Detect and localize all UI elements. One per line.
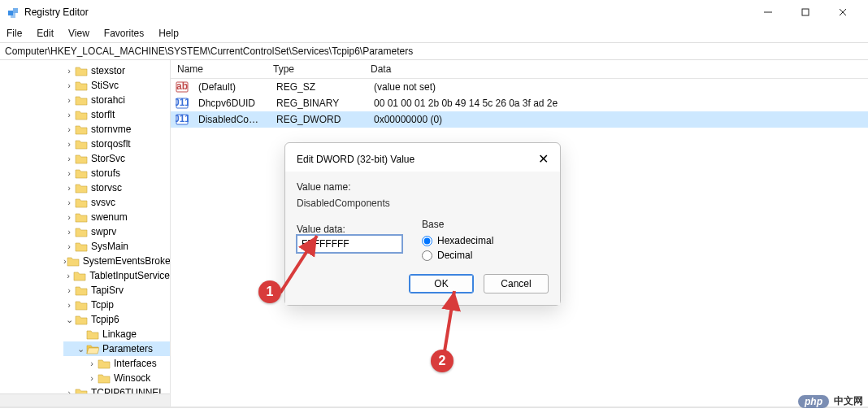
radio-hexadecimal[interactable]: Hexadecimal <box>422 235 493 246</box>
folder-icon <box>86 328 99 340</box>
tree-twist-icon[interactable]: › <box>63 110 75 120</box>
tree-twist-icon[interactable]: › <box>63 300 75 310</box>
tree-twist-icon[interactable]: › <box>86 373 98 383</box>
tree-twist-icon[interactable]: › <box>63 285 75 295</box>
tree-item[interactable]: ›Tcpip <box>63 298 170 312</box>
tree-item[interactable]: ›swenum <box>63 210 170 224</box>
tree-twist-icon[interactable]: ⌄ <box>63 315 75 325</box>
tree-item-label: stornvme <box>91 124 131 135</box>
tree-twist-icon[interactable]: › <box>63 95 75 105</box>
tree-item-label: storqosflt <box>91 138 131 150</box>
tree-item[interactable]: ›svsvc <box>63 195 170 210</box>
tree-twist-icon[interactable]: › <box>63 241 75 251</box>
dialog-title: Edit DWORD (32-bit) Value <box>297 154 414 165</box>
menu-view[interactable]: View <box>67 26 91 41</box>
folder-icon <box>75 153 88 164</box>
tree-twist-icon[interactable]: › <box>86 359 98 368</box>
folder-icon <box>75 314 88 325</box>
list-row[interactable]: 011DisabledCompo...REG_DWORD0x00000000 (… <box>171 111 868 128</box>
tree-twist-icon[interactable]: › <box>63 168 75 178</box>
tree-item-label: swenum <box>91 211 128 223</box>
folder-icon <box>75 226 88 237</box>
tree-item[interactable]: ›stornvme <box>63 122 170 137</box>
cell-data: 0x00000000 (0) <box>367 114 868 125</box>
folder-icon <box>75 299 88 311</box>
folder-icon <box>67 255 80 267</box>
tree-twist-icon[interactable]: › <box>63 212 75 222</box>
tree-twist-icon[interactable]: › <box>63 124 75 134</box>
tree-item[interactable]: ›TapiSrv <box>63 283 170 298</box>
watermark: php 中文网 <box>798 394 863 408</box>
tree-item[interactable]: ⌄Tcpip6 <box>63 312 170 327</box>
dialog-close-button[interactable]: ✕ <box>538 151 549 167</box>
tree-twist-icon[interactable]: › <box>63 227 75 237</box>
tree-item-label: svsvc <box>91 197 115 208</box>
tree-item[interactable]: ›storvsc <box>63 180 170 195</box>
tree-twist-icon[interactable]: › <box>63 139 75 149</box>
tree-view[interactable]: ›stexstor›StiSvc›storahci›storflt›stornv… <box>0 60 171 407</box>
menu-favorites[interactable]: Favorites <box>102 26 145 41</box>
tree-item[interactable]: ›TabletInputService <box>63 268 170 283</box>
radio-hex-input[interactable] <box>422 236 432 246</box>
svg-text:011: 011 <box>176 97 189 108</box>
watermark-text: 中文网 <box>834 394 863 408</box>
cell-name: (Default) <box>192 81 270 93</box>
minimize-button[interactable] <box>749 0 787 24</box>
radio-dec-input[interactable] <box>422 250 432 261</box>
folder-icon <box>98 372 111 384</box>
svg-rect-2 <box>11 13 15 18</box>
tree-item[interactable]: ›SysMain <box>63 239 170 254</box>
list-row[interactable]: 011Dhcpv6DUIDREG_BINARY00 01 00 01 2b 0b… <box>171 95 868 111</box>
value-name-field: DisabledComponents <box>297 196 549 211</box>
cell-type: REG_SZ <box>270 81 367 93</box>
value-name-label: Value name: <box>297 181 549 193</box>
tree-item[interactable]: ›storflt <box>63 107 170 122</box>
value-data-label: Value data: <box>297 224 402 235</box>
cancel-button[interactable]: Cancel <box>484 274 549 293</box>
tree-twist-icon[interactable]: › <box>63 271 73 280</box>
col-header-data[interactable]: Data <box>364 63 868 75</box>
tree-item-label: storvsc <box>91 182 122 193</box>
menu-edit[interactable]: Edit <box>35 26 55 41</box>
folder-icon <box>75 65 88 76</box>
tree-item[interactable]: ›Winsock <box>63 371 170 385</box>
tree-item[interactable]: ⌄Parameters <box>63 341 170 356</box>
tree-horizontal-scrollbar[interactable] <box>0 393 170 406</box>
tree-twist-icon[interactable]: › <box>63 66 75 76</box>
list-header: Name Type Data <box>171 60 868 79</box>
menu-file[interactable]: File <box>5 26 24 41</box>
maximize-button[interactable] <box>787 0 824 24</box>
radio-decimal[interactable]: Decimal <box>422 250 493 261</box>
tree-twist-icon[interactable]: › <box>63 154 75 163</box>
tree-item[interactable]: ›StorSvc <box>63 151 170 166</box>
tree-item-label: StiSvc <box>91 80 119 91</box>
tree-item[interactable]: ›Interfaces <box>63 356 170 371</box>
tree-twist-icon[interactable]: › <box>63 80 75 90</box>
folder-icon <box>75 167 88 179</box>
tree-item[interactable]: Linkage <box>63 327 170 341</box>
address-bar[interactable]: Computer\HKEY_LOCAL_MACHINE\SYSTEM\Curre… <box>0 42 868 60</box>
tree-item[interactable]: ›storahci <box>63 93 170 107</box>
tree-item[interactable]: ›swprv <box>63 224 170 239</box>
tree-item[interactable]: ›stexstor <box>63 63 170 78</box>
value-data-input[interactable] <box>297 235 402 253</box>
folder-icon <box>75 197 88 208</box>
folder-icon <box>75 124 88 135</box>
folder-icon <box>75 241 88 252</box>
col-header-type[interactable]: Type <box>267 63 364 75</box>
tree-item[interactable]: ›storqosflt <box>63 137 170 151</box>
folder-icon <box>75 80 88 91</box>
tree-twist-icon[interactable]: ⌄ <box>75 344 86 354</box>
ok-button[interactable]: OK <box>409 274 474 293</box>
col-header-name[interactable]: Name <box>171 63 267 75</box>
list-row[interactable]: ab(Default)REG_SZ(value not set) <box>171 79 868 95</box>
tree-item[interactable]: ›StiSvc <box>63 78 170 93</box>
tree-item[interactable]: ›storufs <box>63 166 170 180</box>
tree-item[interactable]: ›SystemEventsBroker <box>63 254 170 268</box>
regedit-icon <box>7 6 20 19</box>
menu-help[interactable]: Help <box>157 26 180 41</box>
folder-icon <box>75 109 88 120</box>
tree-twist-icon[interactable]: › <box>63 198 75 207</box>
tree-twist-icon[interactable]: › <box>63 183 75 193</box>
close-button[interactable] <box>824 0 861 24</box>
